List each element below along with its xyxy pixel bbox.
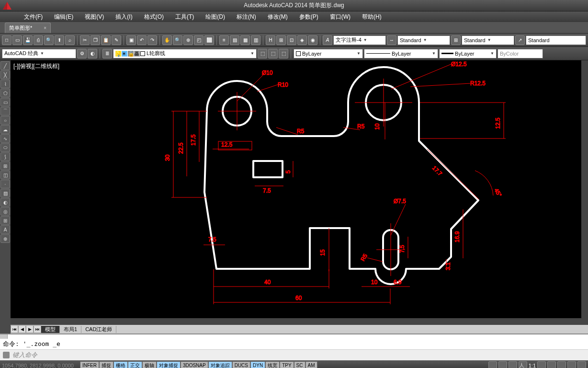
gradient-icon[interactable]: ◐: [0, 198, 10, 207]
status-btn-sc[interactable]: SC: [294, 361, 305, 368]
zoom-rt-icon[interactable]: 🔍: [173, 35, 182, 45]
status-btn-正交[interactable]: 正交: [128, 361, 142, 368]
redo-icon[interactable]: ↷: [147, 35, 157, 45]
status-btn-线宽[interactable]: 线宽: [265, 361, 280, 368]
find-icon[interactable]: ⌕: [65, 35, 75, 45]
save-icon[interactable]: 💾: [23, 35, 33, 45]
addsel-icon[interactable]: ⊕: [0, 234, 10, 243]
tab-last-icon[interactable]: ⏭: [34, 325, 41, 333]
grid-display-icon[interactable]: [498, 361, 507, 368]
ellipsearc-icon[interactable]: ⟆: [0, 152, 10, 161]
ws-gear-icon[interactable]: ⚙: [77, 49, 87, 58]
layer-dropdown[interactable]: 💡☀🔓🖶 L轮廓线▼: [113, 49, 257, 58]
menu-dimension[interactable]: 标注(N): [231, 13, 262, 21]
workspace-dropdown[interactable]: AutoCAD 经典▼: [2, 49, 76, 58]
menu-insert[interactable]: 插入(I): [110, 13, 138, 21]
menu-window[interactable]: 窗口(W): [324, 13, 356, 21]
prop-icon[interactable]: ≡: [219, 35, 229, 45]
preview-icon[interactable]: 🔍: [44, 35, 54, 45]
status-btn-极轴[interactable]: 极轴: [142, 361, 157, 368]
menu-draw[interactable]: 绘图(D): [200, 13, 231, 21]
layer-state-icon[interactable]: ⬚: [279, 49, 288, 58]
xline-icon[interactable]: ╳: [0, 70, 10, 79]
lineweight-dropdown[interactable]: ByLayer▼: [439, 49, 497, 58]
mleader-icon[interactable]: ↗: [515, 35, 525, 45]
calc-icon[interactable]: ▥: [251, 35, 260, 45]
insert-icon[interactable]: ⊞: [0, 161, 10, 170]
match-icon[interactable]: ✎: [112, 35, 121, 45]
linetype-dropdown[interactable]: ByLayer▼: [364, 49, 438, 58]
file-tab-active[interactable]: 简单图形* ×: [5, 23, 51, 33]
zoom-icon[interactable]: ⊕: [183, 35, 193, 45]
mleader-style-dropdown[interactable]: Standard: [526, 35, 586, 45]
arc-icon[interactable]: ⌒: [0, 107, 10, 115]
layer-prev-icon[interactable]: ⬚: [268, 49, 278, 58]
cut-icon[interactable]: ✂: [80, 35, 90, 45]
status-btn-am[interactable]: AM: [305, 361, 317, 368]
model-space-icon[interactable]: [488, 361, 497, 368]
coordinates[interactable]: 1054.7980, 2812.9998, 0.0000: [2, 363, 74, 368]
dim-style-dropdown[interactable]: Standard▼: [397, 35, 450, 45]
textstyle-icon[interactable]: A: [323, 35, 332, 45]
table-style-dropdown[interactable]: Standard▼: [462, 35, 514, 45]
status-btn-infer[interactable]: INFER: [80, 361, 99, 368]
layer-iso-icon[interactable]: ⬚: [258, 49, 267, 58]
menu-tools[interactable]: 工具(T): [170, 13, 200, 21]
status-btn-dyn[interactable]: DYN: [250, 361, 265, 368]
menu-format[interactable]: 格式(O): [138, 13, 170, 21]
status-btn-3dosnap[interactable]: 3DOSNAP: [181, 361, 208, 368]
line-icon[interactable]: ╱: [0, 61, 10, 70]
menu-param[interactable]: 参数(P): [294, 13, 324, 21]
sheet-icon[interactable]: ▤: [230, 35, 239, 45]
app-logo[interactable]: [2, 1, 12, 11]
menu-view[interactable]: 视图(V): [79, 13, 110, 21]
h5-icon[interactable]: ◉: [308, 35, 317, 45]
open-icon[interactable]: ▭: [12, 35, 22, 45]
block-icon[interactable]: ◫: [0, 171, 10, 179]
circle-icon[interactable]: ○: [0, 116, 10, 125]
zoom-all-icon[interactable]: ⬜: [204, 35, 214, 45]
pan-icon[interactable]: ✋: [162, 35, 172, 45]
cmd-grip[interactable]: [0, 334, 8, 339]
mtext-icon[interactable]: A: [0, 225, 10, 234]
ellipse-icon[interactable]: ⬭: [0, 143, 10, 152]
menu-file[interactable]: 文件(F): [18, 13, 48, 21]
h2-icon[interactable]: ⊞: [276, 35, 286, 45]
dim-icon[interactable]: ↔: [387, 35, 396, 45]
close-icon[interactable]: ×: [44, 25, 46, 31]
rect-icon[interactable]: ▭: [0, 98, 10, 106]
status-btn-对象捕捉[interactable]: 对象捕捉: [157, 361, 181, 368]
color-dropdown[interactable]: ByLayer▼: [294, 49, 363, 58]
h4-icon[interactable]: ◈: [297, 35, 307, 45]
print-icon[interactable]: ⎙: [34, 35, 43, 45]
model-tab[interactable]: 模型: [41, 326, 60, 333]
block-icon[interactable]: ▣: [126, 35, 136, 45]
status-btn-捕捉[interactable]: 捕捉: [99, 361, 113, 368]
layer-prop-icon[interactable]: ≣: [102, 49, 112, 58]
drawing-canvas[interactable]: [-][俯视][二维线框] Ø10 R10 Ø12.5: [11, 60, 588, 334]
copy-icon[interactable]: ❐: [90, 35, 100, 45]
zoom-win-icon[interactable]: ◰: [194, 35, 204, 45]
hardware-icon[interactable]: [557, 361, 566, 368]
scale-lock-icon[interactable]: [537, 361, 546, 368]
h3-icon[interactable]: ⊡: [287, 35, 296, 45]
scrollbar-horizontal[interactable]: [11, 318, 581, 325]
plotstyle-dropdown[interactable]: ByColor: [498, 49, 543, 58]
status-btn-对象追踪[interactable]: 对象追踪: [208, 361, 232, 368]
menu-help[interactable]: 帮助(H): [356, 13, 387, 21]
status-btn-栅格[interactable]: 栅格: [113, 361, 128, 368]
menu-modify[interactable]: 修改(M): [262, 13, 294, 21]
pline-icon[interactable]: ⌇: [0, 80, 10, 88]
publish-icon[interactable]: ⬆: [55, 35, 64, 45]
status-btn-ducs[interactable]: DUCS: [232, 361, 250, 368]
polygon-icon[interactable]: ⬠: [0, 89, 10, 97]
tool-icon[interactable]: ▦: [240, 35, 250, 45]
layout2-tab[interactable]: CAD江老师: [81, 326, 116, 333]
region-icon[interactable]: ◎: [0, 207, 10, 216]
revcloud-icon[interactable]: ☁: [0, 125, 10, 134]
h1-icon[interactable]: H: [266, 35, 275, 45]
new-icon[interactable]: □: [2, 35, 11, 45]
menu-edit[interactable]: 编辑(E): [48, 13, 79, 21]
ws-save-icon[interactable]: ◐: [88, 49, 97, 58]
viewport-icon[interactable]: [509, 361, 517, 368]
